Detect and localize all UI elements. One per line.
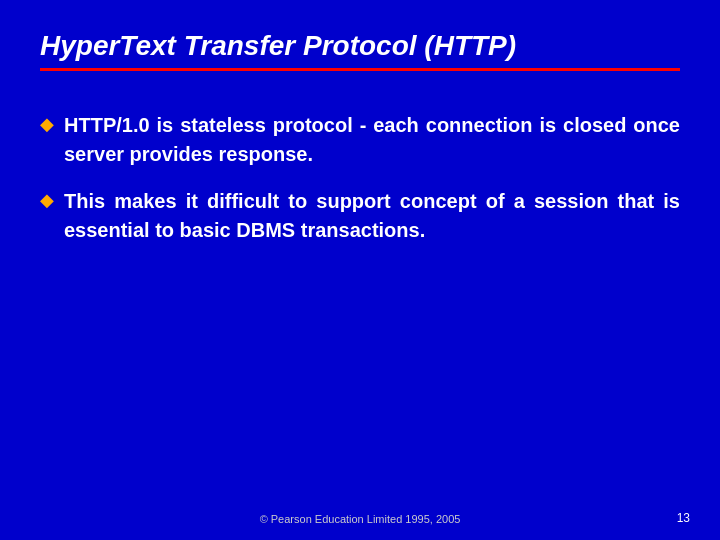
bullet-text-2: This makes it difficult to support conce… bbox=[64, 187, 680, 245]
slide-title: HyperText Transfer Protocol (HTTP) bbox=[40, 30, 680, 62]
page-number: 13 bbox=[677, 511, 690, 525]
footer-section: © Pearson Education Limited 1995, 2005 bbox=[0, 513, 720, 525]
slide-container: HyperText Transfer Protocol (HTTP) ◆ HTT… bbox=[0, 0, 720, 540]
bullet-text-1: HTTP/1.0 is stateless protocol - each co… bbox=[64, 111, 680, 169]
footer-text: © Pearson Education Limited 1995, 2005 bbox=[260, 513, 461, 525]
bullet-item-2: ◆ This makes it difficult to support con… bbox=[40, 187, 680, 245]
bullet-item-1: ◆ HTTP/1.0 is stateless protocol - each … bbox=[40, 111, 680, 169]
bullet-diamond-1: ◆ bbox=[40, 113, 54, 135]
title-section: HyperText Transfer Protocol (HTTP) bbox=[40, 30, 680, 71]
title-underline bbox=[40, 68, 680, 71]
content-section: ◆ HTTP/1.0 is stateless protocol - each … bbox=[40, 111, 680, 520]
bullet-diamond-2: ◆ bbox=[40, 189, 54, 211]
